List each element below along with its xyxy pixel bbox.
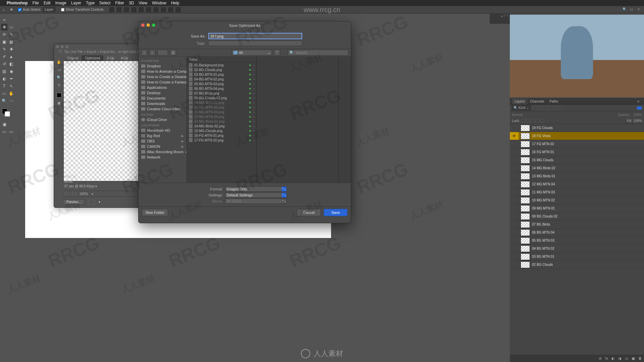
workspace-icon[interactable]: ▭: [630, 7, 635, 12]
link-layers-icon[interactable]: ⊘: [599, 356, 602, 361]
layer-name[interactable]: 03 BG MTN 01: [532, 255, 554, 258]
layer-name[interactable]: 07 BG Birds: [532, 223, 550, 226]
shape-tool[interactable]: ▭: [1, 90, 7, 97]
visibility-toggle[interactable]: [510, 213, 519, 220]
gradient-tool[interactable]: ▤: [1, 68, 7, 75]
move-tool[interactable]: ✥: [1, 24, 7, 31]
file-item[interactable]: 10-MG-MTN-02.png›: [187, 105, 256, 110]
layer-thumbnail[interactable]: [521, 181, 530, 188]
menu-image[interactable]: Image: [55, 1, 66, 5]
save-button[interactable]: Save: [324, 209, 347, 216]
file-item[interactable]: 01-Background.png›: [187, 63, 256, 67]
stamp-tool[interactable]: ▲: [8, 53, 14, 60]
app-name[interactable]: Photoshop: [7, 1, 28, 5]
lock-image-icon[interactable]: [526, 119, 530, 123]
eyedropper-tool[interactable]: ✎: [1, 46, 7, 53]
frame-tool[interactable]: ▦: [8, 39, 14, 45]
lasso-tool[interactable]: ⟳: [1, 31, 7, 38]
show-transform-checkbox[interactable]: [61, 8, 64, 11]
filter-shape-icon[interactable]: [552, 106, 556, 110]
file-item[interactable]: 08-BG-Clouds-02.png›: [187, 96, 256, 100]
search-icon[interactable]: 🔍: [623, 7, 627, 12]
file-item[interactable]: 15-MG-Clouds.png›: [187, 128, 256, 133]
layer-row[interactable]: 09 MG MTN 01: [510, 204, 644, 213]
sidebar-item[interactable]: Applications: [139, 85, 186, 90]
layer-name[interactable]: 16 FG MTN 01: [532, 150, 554, 154]
layer-row[interactable]: 12 MG MTN 04: [510, 180, 644, 188]
layer-row[interactable]: 02 BG Clouds: [510, 261, 644, 269]
visibility-toggle[interactable]: [510, 196, 519, 204]
sfw-eyedropper-tool[interactable]: ✎: [58, 83, 61, 87]
tab-paths[interactable]: Paths: [547, 99, 561, 104]
traffic-min-icon[interactable]: [61, 45, 64, 48]
eject-icon[interactable]: ⏏: [181, 134, 184, 137]
sfw-color-swatch[interactable]: [57, 93, 61, 98]
layer-name[interactable]: 11 MG MTN 03: [532, 190, 555, 194]
eject-icon[interactable]: ⏏: [185, 150, 186, 154]
sfw-hand-tool[interactable]: ✋: [57, 60, 61, 64]
file-item[interactable]: 04-BG-MTN-02.png›: [187, 77, 256, 81]
path-dropdown[interactable]: 4K⌄: [232, 50, 272, 56]
layer-thumbnail[interactable]: [521, 245, 530, 252]
color-swatches[interactable]: [1, 107, 15, 121]
align-icons[interactable]: [109, 7, 181, 12]
layer-thumbnail[interactable]: [521, 125, 530, 131]
menu-view[interactable]: View: [139, 1, 147, 5]
visibility-toggle[interactable]: [510, 172, 519, 180]
layer-thumbnail[interactable]: [521, 173, 530, 180]
layer-name[interactable]: 15 MG Clouds: [532, 158, 553, 162]
traffic-close-icon[interactable]: [56, 45, 59, 48]
filter-pixel-icon[interactable]: [533, 106, 537, 110]
layer-name[interactable]: 08 BG Clouds 02: [532, 215, 557, 218]
layer-name[interactable]: 10 MG MTN 02: [532, 198, 555, 202]
dialog-min-icon[interactable]: [147, 23, 150, 27]
filter-type-icon[interactable]: [545, 106, 550, 110]
layer-name[interactable]: 06 BG MTN 04: [532, 231, 554, 234]
sidebar-item[interactable]: OBS⏏: [139, 138, 186, 144]
settings-select[interactable]: Default Settings⌃⌄: [225, 192, 287, 198]
sidebar-item[interactable]: Desktop: [139, 90, 186, 96]
auto-select-checkbox[interactable]: [18, 8, 21, 11]
visibility-toggle[interactable]: [510, 148, 519, 156]
layer-fx-icon[interactable]: fx: [605, 356, 608, 360]
layer-thumbnail[interactable]: [521, 149, 530, 156]
layer-row[interactable]: 04 BG MTN 02: [510, 245, 644, 253]
sidebar-item[interactable]: Big Red⏏: [139, 133, 186, 138]
sidebar-item[interactable]: How to Create a Dissintegration...: [139, 74, 186, 79]
nav-back-button[interactable]: ‹: [141, 50, 147, 56]
layer-row[interactable]: 08 BG Clouds 02: [510, 213, 644, 221]
blur-tool[interactable]: ◉: [8, 68, 14, 75]
layer-thumbnail[interactable]: [521, 165, 530, 172]
layer-thumbnail[interactable]: [521, 229, 530, 236]
home-icon[interactable]: ⌂: [3, 8, 5, 11]
layer-thumbnail[interactable]: [521, 133, 530, 139]
lock-all-icon[interactable]: [540, 119, 544, 123]
type-tool[interactable]: T: [1, 83, 7, 89]
layer-name[interactable]: 13 MG Birds 01: [532, 174, 555, 178]
sfw-slice-tool[interactable]: ▭: [57, 68, 61, 72]
file-item[interactable]: 14-MG-Birds-02.png›: [187, 124, 256, 128]
file-item[interactable]: 13-MG-Birds-01.png›: [187, 119, 256, 124]
cancel-button[interactable]: Cancel: [297, 209, 321, 216]
sfw-tab-original[interactable]: Original: [63, 55, 82, 61]
layer-name[interactable]: 18 FG Vines: [532, 134, 550, 138]
zoom-tool[interactable]: 🔍: [1, 98, 7, 104]
format-select[interactable]: Images Only⌃⌄: [225, 186, 287, 192]
file-item[interactable]: 17-FG-MTN-02.png›: [187, 138, 256, 142]
menu-edit[interactable]: Edit: [44, 1, 51, 5]
visibility-toggle[interactable]: [510, 140, 519, 148]
layer-row[interactable]: 13 MG Birds 01: [510, 172, 644, 180]
layer-name[interactable]: 12 MG MTN 04: [532, 182, 555, 186]
visibility-toggle[interactable]: [510, 253, 519, 260]
sfw-browser-preview-icon[interactable]: [89, 200, 95, 204]
file-item[interactable]: 11-MG-MTN-03.png›: [187, 110, 256, 114]
visibility-toggle[interactable]: [510, 237, 519, 244]
sfw-zoom[interactable]: 100%: [79, 192, 88, 196]
search-input[interactable]: 🔍 Search: [288, 50, 348, 56]
layer-thumbnail[interactable]: [521, 189, 530, 196]
layer-name[interactable]: 04 BG MTN 02: [532, 247, 554, 250]
fill-value[interactable]: 100%: [633, 119, 642, 123]
sfw-tab-2up[interactable]: 2-Up: [103, 55, 117, 61]
file-item[interactable]: 09-MG-MTN-01.png›: [187, 100, 256, 105]
file-item[interactable]: 07-BG-Birds.png›: [187, 91, 256, 96]
